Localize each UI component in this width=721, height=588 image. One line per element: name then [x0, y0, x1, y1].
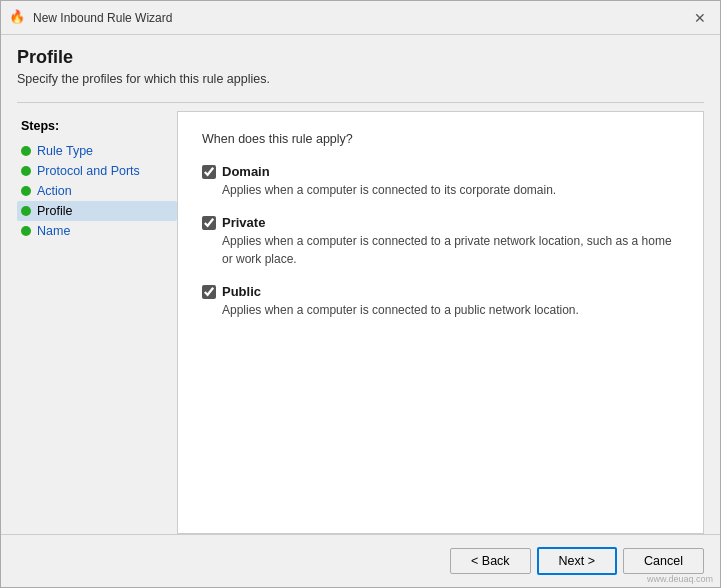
close-button[interactable]: ✕: [688, 8, 712, 28]
checkbox-private[interactable]: [202, 216, 216, 230]
checkbox-public-desc: Applies when a computer is connected to …: [202, 301, 679, 319]
page-subtitle: Specify the profiles for which this rule…: [17, 72, 704, 86]
footer: < Back Next > Cancel: [1, 534, 720, 587]
step-dot-name: [21, 226, 31, 236]
checkbox-domain-desc: Applies when a computer is connected to …: [202, 181, 679, 199]
checkbox-public[interactable]: [202, 285, 216, 299]
step-dot-rule-type: [21, 146, 31, 156]
wizard-window: 🔥 New Inbound Rule Wizard ✕ Profile Spec…: [0, 0, 721, 588]
sidebar-label-protocol-ports: Protocol and Ports: [37, 164, 140, 178]
checkbox-private-item: Private Applies when a computer is conne…: [202, 215, 679, 268]
panel-question: When does this rule apply?: [202, 132, 679, 146]
page-header: Profile Specify the profiles for which t…: [17, 47, 704, 86]
checkbox-domain-label[interactable]: Domain: [222, 164, 270, 179]
sidebar-label-rule-type: Rule Type: [37, 144, 93, 158]
step-dot-protocol-ports: [21, 166, 31, 176]
sidebar-heading: Steps:: [17, 119, 177, 133]
sidebar-label-action: Action: [37, 184, 72, 198]
checkbox-public-item: Public Applies when a computer is connec…: [202, 284, 679, 319]
title-bar: 🔥 New Inbound Rule Wizard ✕: [1, 1, 720, 35]
checkbox-private-row: Private: [202, 215, 679, 230]
watermark: www.deuaq.com: [647, 574, 713, 584]
checkbox-public-row: Public: [202, 284, 679, 299]
sidebar: Steps: Rule Type Protocol and Ports Acti…: [17, 111, 177, 534]
sidebar-item-profile[interactable]: Profile: [17, 201, 177, 221]
sidebar-label-name: Name: [37, 224, 70, 238]
main-layout: Steps: Rule Type Protocol and Ports Acti…: [17, 111, 704, 534]
header-divider: [17, 102, 704, 103]
checkbox-domain[interactable]: [202, 165, 216, 179]
step-dot-action: [21, 186, 31, 196]
checkbox-public-label[interactable]: Public: [222, 284, 261, 299]
checkbox-domain-item: Domain Applies when a computer is connec…: [202, 164, 679, 199]
page-title: Profile: [17, 47, 704, 68]
checkbox-domain-row: Domain: [202, 164, 679, 179]
content-area: Profile Specify the profiles for which t…: [1, 35, 720, 534]
sidebar-item-protocol-ports[interactable]: Protocol and Ports: [17, 161, 177, 181]
wizard-icon: 🔥: [9, 9, 27, 27]
step-dot-profile: [21, 206, 31, 216]
sidebar-label-profile: Profile: [37, 204, 72, 218]
title-bar-left: 🔥 New Inbound Rule Wizard: [9, 9, 172, 27]
sidebar-item-rule-type[interactable]: Rule Type: [17, 141, 177, 161]
checkbox-group: Domain Applies when a computer is connec…: [202, 164, 679, 319]
checkbox-private-desc: Applies when a computer is connected to …: [202, 232, 679, 268]
sidebar-item-action[interactable]: Action: [17, 181, 177, 201]
sidebar-item-name[interactable]: Name: [17, 221, 177, 241]
title-bar-text: New Inbound Rule Wizard: [33, 11, 172, 25]
cancel-button[interactable]: Cancel: [623, 548, 704, 574]
back-button[interactable]: < Back: [450, 548, 531, 574]
right-panel: When does this rule apply? Domain Applie…: [177, 111, 704, 534]
next-button[interactable]: Next >: [537, 547, 617, 575]
checkbox-private-label[interactable]: Private: [222, 215, 265, 230]
